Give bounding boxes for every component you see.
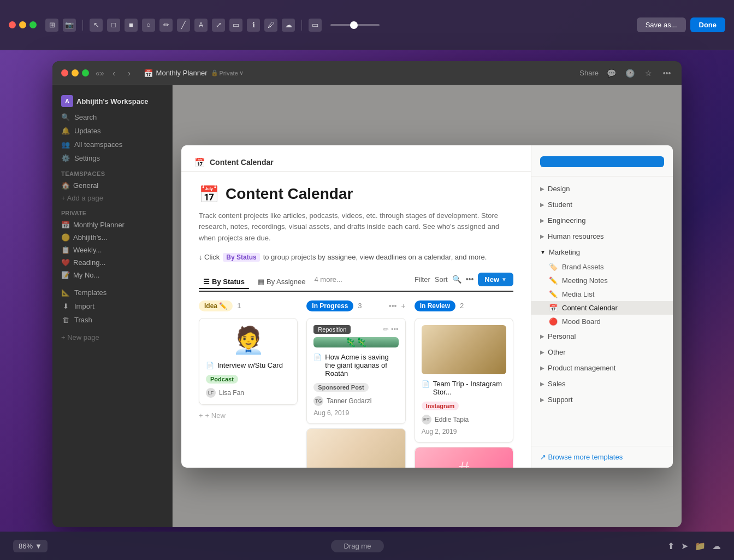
toolbar-expand-icon[interactable]: ⤢: [212, 19, 225, 32]
cursor-icon[interactable]: ➤: [681, 541, 688, 551]
maximize-button-top[interactable]: [29, 21, 37, 28]
category-other-label: Other: [548, 348, 566, 356]
minimize-button-top[interactable]: [19, 21, 26, 28]
column-more-in-progress[interactable]: •••: [389, 302, 397, 310]
card-building[interactable]: 📄 Team Trip - Instagram Stor... Instagra…: [415, 318, 513, 443]
add-page-button[interactable]: + Add a page: [52, 192, 172, 204]
filter-button[interactable]: Filter: [415, 275, 430, 284]
sidebar-item-monthly-planner[interactable]: 📅 Monthly Planner: [52, 219, 172, 231]
zoom-control[interactable]: 86% ▼: [13, 540, 48, 552]
sidebar-item-weekly[interactable]: 📋 Weekly...: [52, 244, 172, 256]
sidebar-item-search[interactable]: 🔍 Search: [52, 110, 172, 124]
toolbar-slider[interactable]: [330, 24, 380, 26]
sub-content-calendar[interactable]: 📅 Content Calendar: [531, 301, 673, 315]
sidebar-item-my-notes[interactable]: 📝 My No...: [52, 269, 172, 281]
page-title: Monthly Planner: [156, 69, 208, 77]
toolbar-pen-icon[interactable]: ✏: [159, 19, 173, 32]
share-button[interactable]: Share: [579, 69, 599, 77]
back-button[interactable]: ‹: [109, 68, 120, 79]
card-hashtag[interactable]: #: [415, 447, 513, 468]
category-marketing[interactable]: ▼ Marketing: [531, 244, 673, 260]
card-iguana[interactable]: Reposition ✏ ••• 🦎🦎 📄 How: [306, 318, 405, 424]
cloud-upload-icon[interactable]: ☁: [712, 541, 721, 551]
toolbar-cloud-icon[interactable]: ☁: [282, 19, 295, 32]
trash-icon: 🗑: [61, 316, 70, 324]
card-edit-icon[interactable]: ✏ •••: [383, 325, 398, 333]
sidebar-item-settings[interactable]: ⚙️ Settings: [52, 151, 172, 165]
toolbar-rect-icon[interactable]: □: [107, 19, 120, 32]
tab-by-assignee[interactable]: ▦ By Assignee: [253, 275, 310, 289]
toolbar-pointer-icon[interactable]: ↖: [90, 19, 103, 32]
workspace-item[interactable]: A Abhijith's Workspace: [52, 92, 172, 110]
sidebar-item-abhijith[interactable]: 🟡 Abhijith's...: [52, 231, 172, 244]
import-icon: ⬇: [61, 302, 70, 310]
toolbar-info-icon[interactable]: ℹ: [247, 19, 260, 32]
sidebar-item-import[interactable]: ⬇ Import: [52, 299, 172, 313]
card-interview[interactable]: 🧑‍💼 📄 Interview w/Stu Card Podcast LF: [199, 318, 298, 405]
toolbar-brush-icon[interactable]: 🖊: [264, 19, 277, 32]
toolbar-display-icon[interactable]: ▭: [309, 19, 322, 32]
sub-mood-board[interactable]: 🔴 Mood Board: [531, 315, 673, 328]
mac-toolbar: ⊞ 📷 ↖ □ ■ ○ ✏ ╱ A ⤢ ▭ ℹ 🖊 ☁ ▭ Save as...…: [0, 0, 734, 50]
toolbar-camera-icon[interactable]: 📷: [63, 19, 76, 32]
category-human-resources[interactable]: ▶ Human resources: [531, 228, 673, 244]
toolbar-frame-icon[interactable]: ▭: [229, 19, 242, 32]
add-new-idea[interactable]: + + New: [199, 409, 298, 422]
sidebar-item-templates[interactable]: 📐 Templates: [52, 286, 172, 299]
window-close-button[interactable]: [61, 69, 68, 76]
new-item-button[interactable]: New ▼: [478, 273, 513, 286]
by-status-badge[interactable]: By Status: [223, 253, 259, 262]
sidebar-item-updates[interactable]: 🔔 Updates: [52, 124, 172, 138]
toolbar-circle-icon[interactable]: ○: [142, 19, 155, 32]
sidebar-item-reading[interactable]: ❤️ Reading...: [52, 256, 172, 269]
workspace-avatar: A: [61, 95, 73, 107]
reposition-badge[interactable]: Reposition: [313, 325, 351, 334]
sub-media-list[interactable]: ✏️ Media List: [531, 287, 673, 301]
toolbar-square-icon[interactable]: ■: [125, 19, 138, 32]
window-minimize-button[interactable]: [72, 69, 79, 76]
toolbar-grid-icon[interactable]: ⊞: [45, 19, 58, 32]
sidebar-toggle-icon[interactable]: «»: [96, 69, 104, 78]
category-student[interactable]: ▶ Student: [531, 197, 673, 213]
more-tabs[interactable]: 4 more...: [315, 275, 342, 284]
category-product-management[interactable]: ▶ Product management: [531, 360, 673, 376]
sidebar-item-all-teamspaces[interactable]: 👥 All teamspaces: [52, 138, 172, 151]
card-map[interactable]: [306, 428, 405, 468]
sidebar-item-trash[interactable]: 🗑 Trash: [52, 313, 172, 327]
toolbar-text-icon[interactable]: A: [194, 19, 208, 32]
drag-me-label[interactable]: Drag me: [331, 540, 384, 552]
category-sales[interactable]: ▶ Sales: [531, 376, 673, 392]
close-button-top[interactable]: [9, 21, 16, 28]
folder-icon[interactable]: 📁: [695, 541, 706, 551]
sub-meeting-notes[interactable]: ✏️ Meeting Notes: [531, 274, 673, 287]
category-support[interactable]: ▶ Support: [531, 392, 673, 408]
more-options-icon[interactable]: •••: [661, 67, 673, 79]
toolbar-separator-1: [82, 20, 83, 31]
browse-more-templates[interactable]: ↗ Browse more templates: [531, 446, 673, 468]
sort-button[interactable]: Sort: [435, 275, 448, 284]
column-add-in-progress[interactable]: +: [401, 302, 405, 310]
tab-by-status[interactable]: ☰ By Status: [199, 275, 249, 289]
privacy-badge[interactable]: 🔒 Private ∨: [211, 69, 244, 76]
use-template-button[interactable]: [540, 156, 664, 167]
category-personal[interactable]: ▶ Personal: [531, 328, 673, 344]
new-page-button[interactable]: + New page: [52, 331, 172, 344]
category-engineering[interactable]: ▶ Engineering: [531, 213, 673, 228]
done-button[interactable]: Done: [690, 17, 726, 32]
board-more-button[interactable]: •••: [466, 275, 474, 284]
category-other[interactable]: ▶ Other: [531, 344, 673, 360]
star-icon[interactable]: ☆: [642, 67, 654, 79]
clock-icon[interactable]: 🕐: [624, 67, 636, 79]
card-assignee-building: ET Eddie Tapia: [422, 415, 506, 425]
category-design[interactable]: ▶ Design: [531, 181, 673, 197]
toolbar-line-icon[interactable]: ╱: [177, 19, 190, 32]
share-bottom-icon[interactable]: ⬆: [667, 541, 674, 551]
sidebar-item-general[interactable]: 🏠 General: [52, 179, 172, 192]
save-as-button[interactable]: Save as...: [637, 17, 686, 32]
forward-button[interactable]: ›: [124, 68, 135, 79]
search-board-icon[interactable]: 🔍: [452, 275, 461, 284]
window-maximize-button[interactable]: [82, 69, 89, 76]
sub-brand-assets[interactable]: 🏷️ Brand Assets: [531, 260, 673, 274]
comment-icon[interactable]: 💬: [605, 67, 617, 79]
category-personal-label: Personal: [548, 332, 576, 340]
